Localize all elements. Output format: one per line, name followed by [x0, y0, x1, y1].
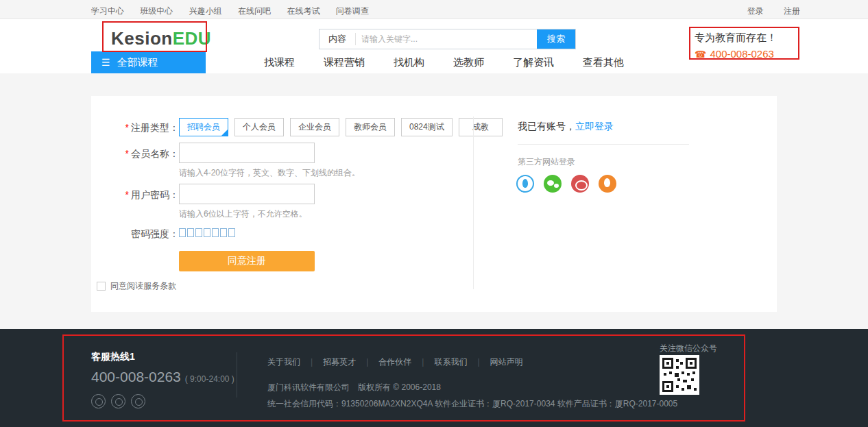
strength-box — [220, 228, 227, 237]
agree-register-button[interactable]: 同意注册 — [179, 251, 315, 271]
reg-type-teacher-member[interactable]: 教师会员 — [346, 118, 395, 136]
top-link-class-center[interactable]: 班级中心 — [140, 6, 173, 16]
reg-type-0824-test[interactable]: 0824测试 — [401, 118, 453, 136]
nav-item-news[interactable]: 了解资讯 — [513, 51, 554, 73]
menu-icon: ☰ — [101, 57, 110, 68]
third-party-icons — [516, 175, 616, 193]
top-account-links: 登录 注册 — [730, 5, 800, 17]
search-category-selector[interactable]: 内容 — [320, 29, 355, 49]
hotline-number-footer: 400-008-0263( 9:00-24:00 ) — [91, 369, 234, 385]
footer-copyright: 厦门科讯软件有限公司 版权所有 © 2006-2018 — [267, 382, 441, 393]
site-header: KesionEDU 内容 搜索 专为教育而存在！ ☎400-008-0263 ☰… — [0, 20, 868, 73]
required-mark: * — [125, 122, 129, 133]
all-courses-button[interactable]: ☰全部课程 — [91, 51, 206, 73]
main-area: *注册类型： 招聘会员 个人会员 企业会员 教师会员 0824测试 成教 *会员… — [0, 73, 868, 329]
footer-links: 关于我们|招募英才|合作伙伴|联系我们|网站声明 — [267, 356, 523, 368]
wechat-qr-code — [660, 355, 699, 395]
form-divider — [473, 117, 474, 289]
top-nav-links: 学习中心 班级中心 兴趣小组 在线问吧 在线考试 问卷调查 — [91, 5, 383, 17]
header-contact: 专为教育而存在！ ☎400-008-0263 — [695, 32, 777, 60]
qr-code-image — [660, 355, 699, 395]
qq-icon[interactable] — [516, 175, 534, 193]
reg-type-options: 招聘会员 个人会员 企业会员 教师会员 0824测试 成教 — [179, 118, 509, 136]
slogan-text: 专为教育而存在！ — [695, 32, 777, 45]
hotline-number-header: ☎400-008-0263 — [695, 48, 777, 60]
footer-link-site-statement[interactable]: 网站声明 — [490, 357, 523, 367]
have-account-text: 我已有账号，立即登录 — [518, 121, 614, 133]
hotline-hours: ( 9:00-24:00 ) — [185, 374, 234, 384]
terms-row: 同意阅读服务条款 — [97, 280, 176, 292]
top-link-survey[interactable]: 问卷调查 — [336, 6, 369, 16]
login-link[interactable]: 登录 — [747, 6, 764, 16]
footer-link-separator: | — [311, 357, 313, 367]
strength-box — [179, 228, 186, 237]
footer-link-separator: | — [477, 357, 479, 367]
reg-type-personal-member[interactable]: 个人会员 — [234, 118, 284, 136]
search-input[interactable] — [356, 29, 537, 49]
password-label: *用户密码： — [91, 189, 179, 202]
password-input[interactable] — [179, 184, 315, 204]
reg-type-label: *注册类型： — [91, 122, 179, 134]
footer-link-careers[interactable]: 招募英才 — [323, 357, 356, 367]
member-name-hint: 请输入4-20位字符，英文、数字、下划线的组合。 — [179, 167, 360, 179]
site-logo[interactable]: KesionEDU — [111, 28, 211, 49]
search-button[interactable]: 搜索 — [537, 29, 575, 49]
footer-link-contact-us[interactable]: 联系我们 — [434, 357, 467, 367]
side-divider — [518, 144, 689, 145]
terms-checkbox[interactable] — [97, 282, 106, 291]
nav-item-others[interactable]: 查看其他 — [583, 51, 624, 73]
hotline-label: 客服热线1 — [91, 351, 135, 363]
strength-box — [195, 228, 202, 237]
logo-text-kesion: Kesion — [111, 28, 173, 49]
logo-text-edu: EDU — [173, 28, 211, 49]
footer-link-separator: | — [422, 357, 424, 367]
login-now-link[interactable]: 立即登录 — [575, 121, 614, 132]
nav-item-choose-teachers[interactable]: 选教师 — [453, 51, 484, 73]
footer-link-about-us[interactable]: 关于我们 — [267, 357, 300, 367]
footer-link-separator: | — [366, 357, 368, 367]
reg-type-chengjiao[interactable]: 成教 — [459, 118, 503, 136]
reg-type-recruit-member[interactable]: 招聘会员 — [179, 118, 228, 136]
top-link-online-qa[interactable]: 在线问吧 — [238, 6, 271, 16]
main-nav: 找课程 课程营销 找机构 选教师 了解资讯 查看其他 — [264, 51, 653, 73]
weibo-icon[interactable] — [571, 175, 589, 193]
footer-qq-icon[interactable] — [111, 394, 125, 408]
footer-wechat-icon[interactable] — [131, 394, 145, 408]
footer-weibo-icon[interactable] — [91, 394, 106, 408]
top-link-learning-center[interactable]: 学习中心 — [91, 6, 124, 16]
footer-credit-codes: 统一社会信用代码：91350206MA2XN2XQ4A 软件企业证书：厦RQ-2… — [267, 398, 677, 410]
nav-item-find-courses[interactable]: 找课程 — [264, 51, 295, 73]
top-link-interest-groups[interactable]: 兴趣小组 — [189, 6, 222, 16]
strength-box — [212, 228, 219, 237]
wechat-icon[interactable] — [544, 175, 562, 193]
phone-icon: ☎ — [695, 49, 706, 60]
third-party-label: 第三方网站登录 — [518, 156, 575, 168]
reg-type-enterprise-member[interactable]: 企业会员 — [290, 118, 339, 136]
member-name-label: *会员名称： — [91, 148, 179, 160]
password-strength-meter — [179, 228, 235, 237]
footer-divider — [237, 352, 237, 398]
register-link[interactable]: 注册 — [784, 6, 800, 16]
strength-box — [204, 228, 210, 237]
strength-box — [228, 228, 235, 237]
terms-label: 同意阅读服务条款 — [110, 280, 176, 292]
member-name-input[interactable] — [179, 143, 315, 163]
wechat-qr-label: 关注微信公众号 — [660, 343, 717, 354]
registration-card: *注册类型： 招聘会员 个人会员 企业会员 教师会员 0824测试 成教 *会员… — [91, 96, 777, 312]
nav-item-find-institutions[interactable]: 找机构 — [394, 51, 424, 73]
footer-social-icons — [91, 394, 145, 408]
top-utility-bar: 学习中心 班级中心 兴趣小组 在线问吧 在线考试 问卷调查 登录 注册 — [0, 0, 868, 19]
password-hint: 请输入6位以上字符，不允许空格。 — [179, 208, 307, 220]
nav-item-course-marketing[interactable]: 课程营销 — [324, 51, 365, 73]
password-strength-label: 密码强度： — [91, 228, 179, 241]
strength-box — [187, 228, 194, 237]
tencent-weibo-icon[interactable] — [599, 175, 616, 193]
site-footer: 客服热线1 400-008-0263( 9:00-24:00 ) 关于我们|招募… — [0, 329, 868, 427]
search-bar: 内容 搜索 — [319, 29, 576, 49]
top-link-online-exam[interactable]: 在线考试 — [287, 6, 320, 16]
footer-link-partners[interactable]: 合作伙伴 — [378, 357, 411, 367]
